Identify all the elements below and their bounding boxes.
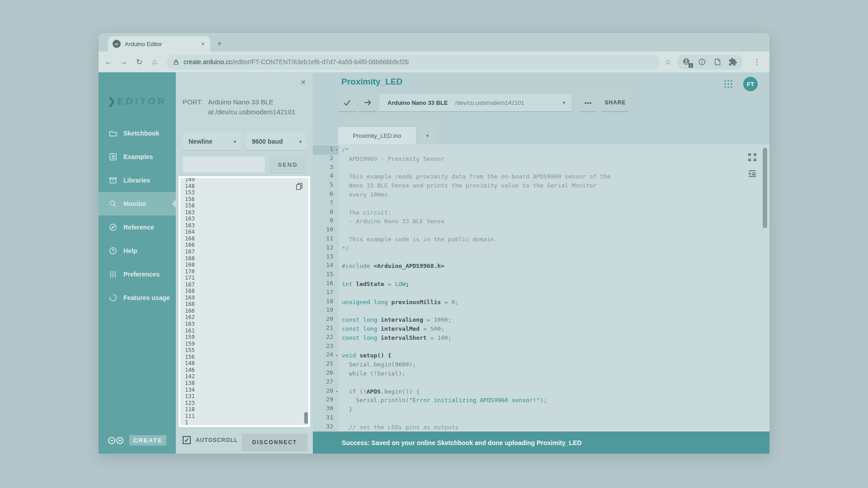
line-number[interactable]: 14 [313,262,339,271]
line-number[interactable]: 11 [313,235,339,244]
line-number[interactable]: 22 [313,333,339,343]
extension-badge: 1 [689,63,693,68]
line-number[interactable]: 28▾ [313,387,339,396]
fold-arrow-icon[interactable]: ▾ [336,354,338,357]
code-editor[interactable]: 1▾23456789101112131415161718192021222324… [313,144,769,432]
sidebar-item-label: Help [123,247,137,254]
editor-scrollbar-thumb[interactable] [763,148,767,228]
line-number[interactable]: 5 [313,181,339,190]
browser-tab[interactable]: ∞ Arduino Editor × [108,36,210,52]
line-number[interactable]: 24▾ [313,351,339,360]
line-number[interactable]: 12 [313,244,339,253]
verify-button[interactable] [338,94,356,111]
header-right: FT [723,77,758,91]
sidebar-item-monitor[interactable]: Monitor [99,192,176,216]
line-number[interactable]: 15 [313,271,339,280]
create-badge[interactable]: CREATE [129,435,166,446]
line-number[interactable]: 32 [313,423,339,432]
sidebar-item-libraries[interactable]: Libraries [99,169,176,192]
monitor-close-icon[interactable]: × [301,78,306,87]
serial-output[interactable]: 149 148 153 156 158 163 163 163 164 168 … [179,176,310,427]
line-number[interactable]: 31 [313,414,339,423]
sidebar-item-label: Reference [123,224,154,231]
avatar[interactable]: FT [743,77,758,91]
notes-extension-icon[interactable] [713,57,722,66]
file-tab-menu-button[interactable]: ▾ [419,127,436,144]
sidebar-item-examples[interactable]: Examples [99,145,176,169]
line-number[interactable]: 2 [313,155,339,164]
home-icon[interactable]: ⌂ [149,57,160,66]
line-number[interactable]: 16 [313,280,339,289]
new-tab-button[interactable]: + [217,38,222,50]
fold-arrow-icon[interactable]: ▾ [336,390,338,394]
line-number[interactable]: 19 [313,306,339,315]
sidebar-item-label: Features usage [123,294,170,301]
sidebar-item-sketchbook[interactable]: Sketchbook [99,122,176,145]
send-button[interactable]: SEND [269,156,306,173]
line-ending-select[interactable]: Newline ▾ [183,133,241,150]
back-icon[interactable]: ← [103,57,114,66]
sidebar-item-reference[interactable]: Reference [99,216,176,239]
line-number[interactable]: 26 [313,369,339,378]
line-number[interactable]: 1▾ [313,145,339,155]
line-number[interactable]: 29 [313,396,339,405]
line-number[interactable]: 4 [313,172,339,181]
line-number[interactable]: 7 [313,199,339,208]
reload-icon[interactable]: ↻ [134,57,145,67]
bookmark-star-icon[interactable]: ☆ [665,57,671,67]
url-bar[interactable]: create.arduino.cc/editor/FT-CONTENT/63eb… [166,55,660,70]
code-line [342,306,760,315]
line-number[interactable]: 18 [313,298,339,307]
line-number[interactable]: 17 [313,289,339,298]
tab-close-icon[interactable]: × [200,40,206,47]
autoscroll-checkbox[interactable]: ✓ [183,436,191,444]
disconnect-button[interactable]: DISCONNECT [242,434,307,450]
baud-rate-select[interactable]: 9600 baud ▾ [246,133,306,150]
share-button[interactable]: SHARE [602,94,628,111]
line-number[interactable]: 3 [313,164,339,173]
line-number[interactable]: 6 [313,190,339,199]
browser-menu-icon[interactable]: ⋮ [753,57,760,67]
sidebar-footer: CREATE [107,435,166,446]
fold-arrow-icon[interactable]: ▾ [336,148,338,152]
url-path: /editor/FT-CONTENT/63eb1ef6-d7d7-4a59-b4… [232,58,409,66]
line-number[interactable]: 21 [313,324,339,333]
copy-icon[interactable] [295,182,304,191]
editor-scrollbar[interactable] [763,147,767,429]
format-code-icon[interactable] [747,169,757,178]
line-number[interactable]: 13 [313,253,339,262]
chevron-down-icon: ▾ [299,139,302,144]
autoscroll-control: ✓ AUTOSCROLL [183,436,238,444]
apps-grid-icon[interactable] [723,79,733,89]
file-tab[interactable]: Proximity_LED.ino [338,127,416,144]
fullscreen-icon[interactable] [747,152,757,162]
code-line: */ [342,244,760,253]
line-number[interactable]: 20 [313,315,339,324]
board-selector[interactable]: Arduino Nano 33 BLE /dev/cu.usbmodem1421… [379,94,571,111]
line-number[interactable]: 27 [313,378,339,387]
code-content[interactable]: /* APDS9960 - Proximity Sensor This exam… [342,144,760,432]
info-extension-icon[interactable] [698,57,707,66]
serial-message-input[interactable] [183,156,265,173]
line-number[interactable]: 10 [313,226,339,235]
line-number[interactable]: 25 [313,360,339,369]
sidebar-item-preferences[interactable]: Preferences [99,263,176,286]
profile-extension-icon[interactable]: 1 [682,57,691,66]
line-number[interactable]: 9 [313,217,339,226]
sidebar-item-features-usage[interactable]: Features usage [99,286,176,310]
board-name: Arduino Nano 33 BLE [387,99,448,106]
more-options-button[interactable]: ••• [580,94,596,111]
baud-rate-value: 9600 baud [252,138,283,145]
line-number[interactable]: 8 [313,208,339,217]
upload-button[interactable] [359,94,377,111]
line-number[interactable]: 30 [313,405,339,414]
sidebar-item-label: Examples [123,153,153,160]
line-number[interactable]: 23 [313,343,339,352]
sidebar: ❯EDITOR SketchbookExamplesLibrariesMonit… [99,72,176,454]
serial-scrollbar-thumb[interactable] [304,412,308,424]
code-line [342,414,760,423]
sidebar-item-help[interactable]: Help [99,239,176,263]
forward-icon[interactable]: → [118,57,129,66]
code-line: const long intervalShort = 100; [342,333,760,343]
puzzle-extension-icon[interactable] [728,57,737,66]
